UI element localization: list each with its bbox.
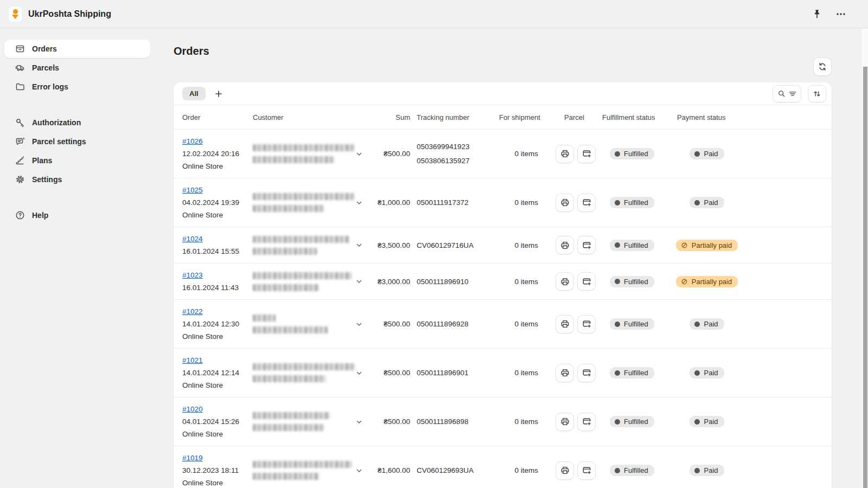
more-menu-icon[interactable] — [835, 9, 846, 20]
vertical-scrollbar[interactable] — [862, 29, 868, 488]
status-dot — [615, 322, 620, 327]
chevron-down-icon[interactable] — [355, 150, 363, 158]
customer-name-redacted — [253, 412, 330, 419]
partially-paid-icon — [681, 242, 688, 249]
sidebar-item-help[interactable]: Help — [4, 206, 150, 224]
printer-icon — [560, 149, 570, 159]
chevron-down-icon[interactable] — [355, 198, 363, 207]
document-plus-icon — [582, 465, 592, 476]
fulfillment-badge: Fulfilled — [610, 197, 654, 208]
print-button[interactable] — [556, 461, 574, 480]
payment-status-cell: Paid — [672, 148, 742, 159]
sidebar-item-parcels[interactable]: Parcels — [4, 59, 150, 77]
scrollbar-thumb[interactable] — [863, 67, 867, 488]
status-dot — [615, 151, 620, 157]
order-link[interactable]: #1023 — [182, 269, 203, 281]
printer-icon — [560, 416, 570, 427]
order-channel: Online Store — [182, 428, 253, 440]
print-button[interactable] — [556, 413, 574, 431]
for-shipment-count: 0 items — [499, 198, 548, 207]
arrows-up-down-icon — [812, 89, 822, 99]
sidebar-item-label: Parcel settings — [32, 137, 86, 146]
customer-cell — [253, 144, 366, 163]
print-button[interactable] — [556, 272, 574, 291]
tracking-numbers: 0500111896901 — [417, 369, 499, 377]
pin-icon[interactable] — [812, 9, 822, 20]
fulfillment-badge: Fulfilled — [610, 465, 654, 476]
orders-box-icon — [15, 43, 25, 54]
payment-badge: Paid — [690, 318, 724, 330]
printer-icon — [560, 319, 570, 329]
search-filter-button[interactable] — [773, 85, 801, 102]
fulfillment-status-cell: Fulfilled — [601, 416, 672, 427]
order-link[interactable]: #1020 — [182, 403, 203, 415]
chevron-down-icon[interactable] — [355, 277, 363, 286]
paid-dot — [694, 419, 700, 425]
status-dot — [615, 242, 620, 248]
add-tab-button[interactable] — [214, 89, 223, 98]
payment-label: Partially paid — [692, 278, 732, 286]
create-parcel-button[interactable] — [577, 364, 596, 382]
refresh-button[interactable] — [813, 57, 832, 76]
paid-dot — [694, 322, 700, 327]
print-button[interactable] — [556, 194, 574, 212]
sidebar-item-parcel-settings[interactable]: Parcel settings — [4, 132, 150, 151]
fulfillment-status-cell: Fulfilled — [601, 197, 672, 208]
print-button[interactable] — [556, 145, 574, 163]
sidebar-item-settings[interactable]: Settings — [4, 170, 150, 189]
chat-settings-icon — [15, 136, 25, 147]
payment-status-cell: Paid — [672, 465, 742, 476]
order-link[interactable]: #1022 — [182, 305, 203, 318]
order-cell: #1023 16.01.2024 11:43 — [182, 269, 253, 294]
document-plus-icon — [582, 319, 592, 329]
order-link[interactable]: #1021 — [182, 354, 203, 367]
create-parcel-button[interactable] — [577, 194, 596, 212]
chevron-down-icon[interactable] — [355, 466, 363, 475]
table-row: #1024 16.01.2024 15:55 ₴3,500.00 CV06012… — [174, 227, 832, 263]
for-shipment-count: 0 items — [499, 418, 548, 426]
parcel-actions — [548, 413, 601, 431]
chevron-down-icon[interactable] — [355, 320, 363, 329]
order-link[interactable]: #1024 — [182, 233, 203, 245]
status-dot — [615, 200, 620, 206]
table-row: #1022 14.01.2024 12:30 Online Store ₴500… — [174, 299, 832, 348]
parcel-actions — [548, 461, 601, 480]
create-parcel-button[interactable] — [577, 413, 596, 431]
sidebar-item-orders[interactable]: Orders — [4, 40, 150, 58]
chevron-down-icon[interactable] — [355, 369, 363, 377]
order-link[interactable]: #1019 — [182, 452, 203, 464]
customer-name-redacted — [253, 144, 355, 151]
delivery-truck-icon — [15, 62, 25, 73]
order-link[interactable]: #1025 — [182, 184, 203, 196]
sort-button[interactable] — [808, 85, 826, 102]
create-parcel-button[interactable] — [577, 272, 596, 291]
fulfillment-badge: Fulfilled — [610, 367, 654, 378]
chevron-down-icon[interactable] — [355, 241, 363, 249]
customer-cell — [253, 272, 366, 291]
print-button[interactable] — [556, 364, 574, 382]
fulfillment-badge: Fulfilled — [610, 240, 654, 251]
header-tracking-number: Tracking number — [417, 113, 499, 121]
print-button[interactable] — [556, 236, 574, 254]
sidebar-item-authorization[interactable]: Authorization — [4, 113, 150, 132]
order-cell: #1022 14.01.2024 12:30 Online Store — [182, 305, 253, 343]
order-link[interactable]: #1026 — [182, 135, 203, 147]
customer-name-redacted — [253, 272, 352, 279]
sidebar-item-label: Orders — [32, 44, 57, 53]
create-parcel-button[interactable] — [577, 315, 596, 333]
tab-all[interactable]: All — [182, 87, 206, 100]
parcel-actions — [548, 145, 601, 163]
print-button[interactable] — [556, 315, 574, 333]
order-sum: ₴1,000.00 — [366, 198, 410, 207]
create-parcel-button[interactable] — [577, 145, 596, 163]
fulfillment-label: Fulfilled — [624, 320, 648, 328]
sidebar-item-error-logs[interactable]: Error logs — [4, 78, 150, 96]
sidebar-item-plans[interactable]: Plans — [4, 151, 150, 170]
order-sum: ₴3,000.00 — [366, 278, 410, 286]
for-shipment-count: 0 items — [499, 278, 548, 286]
chevron-down-icon[interactable] — [355, 418, 363, 426]
customer-name-redacted — [253, 236, 349, 243]
create-parcel-button[interactable] — [577, 461, 596, 480]
create-parcel-button[interactable] — [577, 236, 596, 254]
payment-status-cell: Partially paid — [672, 240, 742, 251]
